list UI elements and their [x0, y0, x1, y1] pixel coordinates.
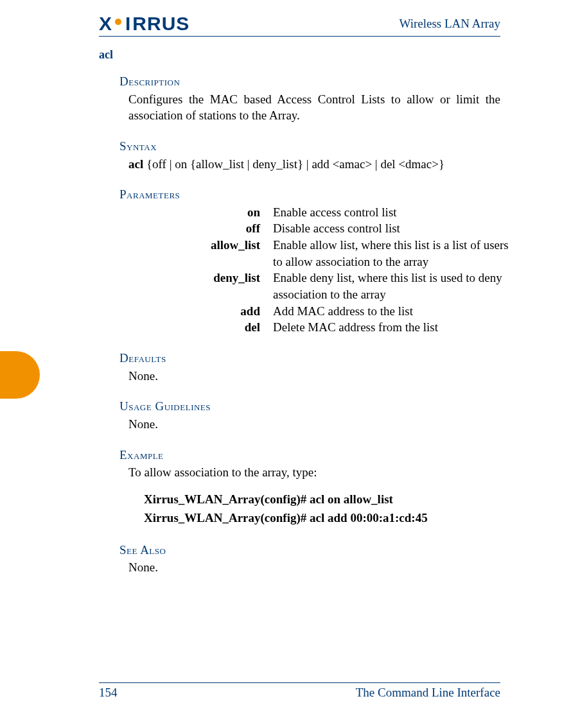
product-name: Wireless LAN Array — [399, 17, 500, 31]
description-text: Configures the MAC based Access Control … — [128, 91, 500, 124]
example-line: Xirrus_WLAN_Array(config)# acl on allow_… — [144, 490, 500, 508]
section-heading-usage: Usage Guidelines — [119, 398, 500, 415]
seealso-text: None. — [128, 559, 500, 576]
brand-logo: XIRRUS — [99, 13, 189, 35]
page-header: XIRRUS Wireless LAN Array — [99, 13, 500, 37]
content-body: Description Configures the MAC based Acc… — [119, 73, 500, 576]
table-row: add Add MAC address to the list — [128, 303, 509, 320]
param-desc: Enable allow list, where this list is a … — [273, 237, 509, 270]
param-name: on — [128, 204, 273, 221]
table-row: allow_list Enable allow list, where this… — [128, 237, 509, 270]
section-heading-example: Example — [119, 447, 500, 464]
param-desc: Disable access control list — [273, 220, 509, 237]
section-heading-syntax: Syntax — [119, 138, 500, 155]
example-code: Xirrus_WLAN_Array(config)# acl on allow_… — [144, 490, 500, 528]
section-heading-defaults: Defaults — [119, 350, 500, 367]
param-name: allow_list — [128, 237, 273, 270]
param-name: deny_list — [128, 270, 273, 302]
page-number: 154 — [99, 686, 118, 700]
param-desc: Enable access control list — [273, 204, 509, 221]
table-row: deny_list Enable deny list, where this l… — [128, 270, 509, 302]
section-heading-parameters: Parameters — [119, 186, 500, 203]
example-intro: To allow association to the array, type: — [128, 464, 500, 481]
table-row: off Disable access control list — [128, 220, 509, 237]
parameters-table: on Enable access control list off Disabl… — [128, 204, 509, 336]
page-container: XIRRUS Wireless LAN Array acl Descriptio… — [0, 0, 580, 728]
page-footer: 154 The Command Line Interface — [99, 682, 500, 700]
command-title: acl — [99, 48, 500, 62]
syntax-text: acl {off | on {allow_list | deny_list} |… — [128, 156, 500, 173]
param-name: add — [128, 303, 273, 320]
syntax-rest: {off | on {allow_list | deny_list} | add… — [143, 157, 444, 171]
syntax-keyword: acl — [128, 157, 143, 171]
param-desc: Delete MAC address from the list — [273, 319, 509, 336]
param-name: off — [128, 220, 273, 237]
defaults-text: None. — [128, 368, 500, 385]
example-line: Xirrus_WLAN_Array(config)# acl add 00:00… — [144, 508, 500, 527]
section-heading-seealso: See Also — [119, 542, 500, 559]
logo-dot-icon — [115, 19, 121, 25]
table-row: del Delete MAC address from the list — [128, 319, 509, 336]
param-name: del — [128, 319, 273, 336]
usage-text: None. — [128, 416, 500, 433]
chapter-title: The Command Line Interface — [356, 686, 500, 700]
param-desc: Enable deny list, where this list is use… — [273, 270, 509, 302]
param-desc: Add MAC address to the list — [273, 303, 509, 320]
section-heading-description: Description — [119, 73, 500, 90]
table-row: on Enable access control list — [128, 204, 509, 221]
